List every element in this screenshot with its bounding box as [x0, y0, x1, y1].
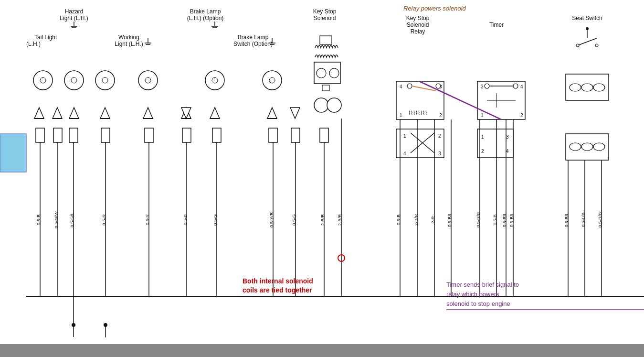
- svg-point-70: [581, 84, 593, 91]
- svg-point-66: [576, 44, 579, 47]
- svg-text:2: 2: [439, 113, 442, 118]
- svg-text:Seat Switch: Seat Switch: [572, 15, 602, 22]
- svg-rect-80: [322, 85, 329, 91]
- svg-text:0.5-R/B: 0.5-R/B: [475, 212, 481, 227]
- svg-text:1: 1: [400, 113, 402, 118]
- svg-point-47: [513, 84, 518, 88]
- svg-rect-117: [145, 128, 153, 142]
- svg-text:0.5-G: 0.5-G: [291, 214, 296, 226]
- svg-text:4: 4: [520, 84, 523, 89]
- svg-text:Light (L.H.): Light (L.H.): [115, 41, 143, 47]
- svg-text:0.5-R/B: 0.5-R/B: [597, 212, 602, 227]
- svg-point-93: [263, 71, 282, 90]
- svg-text:1: 1: [481, 113, 484, 118]
- svg-point-67: [595, 44, 598, 47]
- svg-text:0.5-G/W: 0.5-G/W: [53, 211, 59, 228]
- svg-point-82: [327, 98, 341, 112]
- svg-text:2-B/R: 2-B/R: [413, 214, 419, 226]
- svg-text:Relay powers solenoid: Relay powers solenoid: [403, 5, 466, 12]
- svg-rect-115: [69, 128, 78, 142]
- svg-text:coils are tied together: coils are tied together: [243, 286, 312, 294]
- svg-text:Key Stop: Key Stop: [406, 15, 430, 22]
- svg-text:Switch (Option): Switch (Option): [233, 41, 273, 47]
- svg-rect-79: [320, 36, 332, 44]
- svg-text:Light (L.H.): Light (L.H.): [60, 15, 88, 22]
- svg-text:4: 4: [403, 151, 406, 156]
- svg-rect-122: [320, 128, 328, 142]
- svg-point-46: [485, 84, 489, 88]
- svg-point-78: [329, 68, 339, 78]
- svg-point-74: [581, 143, 593, 151]
- svg-text:Tail Light: Tail Light: [34, 34, 57, 41]
- svg-text:Relay: Relay: [411, 28, 425, 35]
- svg-text:0.5-B/L: 0.5-B/L: [447, 213, 452, 227]
- svg-text:2: 2: [520, 113, 523, 118]
- svg-rect-116: [101, 128, 110, 142]
- main-container: Hazard Light (L.H.) Brake Lamp (L.H.) (O…: [0, 0, 644, 357]
- svg-text:1: 1: [481, 134, 484, 140]
- svg-text:Hazard: Hazard: [65, 8, 84, 15]
- svg-rect-114: [53, 128, 62, 142]
- svg-text:2: 2: [481, 149, 484, 154]
- svg-text:solenoid to stop engine: solenoid to stop engine: [446, 300, 510, 307]
- svg-text:0.5-G/L: 0.5-G/L: [69, 212, 74, 227]
- svg-point-69: [570, 84, 581, 91]
- svg-text:0.5-B: 0.5-B: [492, 215, 497, 226]
- svg-text:Key Stop: Key Stop: [313, 8, 337, 15]
- svg-text:Working: Working: [118, 34, 139, 41]
- svg-point-64: [586, 27, 589, 30]
- svg-point-81: [314, 98, 328, 112]
- svg-point-77: [317, 68, 326, 78]
- svg-text:Solenoid: Solenoid: [314, 15, 336, 22]
- svg-text:0.5-R/L: 0.5-R/L: [502, 212, 507, 227]
- svg-point-38: [407, 84, 412, 88]
- svg-rect-113: [36, 128, 44, 142]
- svg-rect-119: [212, 128, 221, 142]
- svg-text:Solenoid: Solenoid: [407, 22, 429, 28]
- svg-text:Brake Lamp: Brake Lamp: [238, 34, 269, 41]
- svg-text:0.5-R: 0.5-R: [101, 214, 106, 225]
- svg-text:0.5-R/L: 0.5-R/L: [564, 212, 569, 227]
- svg-text:3: 3: [506, 134, 509, 140]
- svg-text:0.5-B: 0.5-B: [182, 215, 188, 226]
- svg-rect-0: [0, 0, 644, 344]
- svg-text:Brake Lamp: Brake Lamp: [190, 8, 221, 15]
- svg-point-83: [33, 71, 53, 90]
- svg-text:0.5-L/B: 0.5-L/B: [581, 213, 586, 227]
- svg-text:0.5-B: 0.5-B: [36, 215, 41, 226]
- svg-point-85: [64, 71, 84, 90]
- svg-rect-121: [291, 128, 300, 142]
- bottom-bar: [0, 344, 644, 357]
- svg-text:4: 4: [400, 84, 402, 89]
- diagram-area: Hazard Light (L.H.) Brake Lamp (L.H.) (O…: [0, 0, 644, 344]
- svg-text:Timer sends brief signal to: Timer sends brief signal to: [446, 281, 519, 288]
- svg-text:3: 3: [438, 151, 441, 156]
- svg-text:⌇⌇⌇⌇⌇⌇⌇⌇: ⌇⌇⌇⌇⌇⌇⌇⌇: [408, 110, 427, 116]
- svg-text:2-R: 2-R: [430, 216, 435, 223]
- svg-text:0.5-B: 0.5-B: [396, 215, 401, 226]
- svg-rect-118: [182, 128, 191, 142]
- svg-rect-1: [0, 134, 26, 172]
- svg-text:1: 1: [403, 133, 406, 139]
- svg-text:2-B/R: 2-B/R: [337, 214, 342, 226]
- svg-point-39: [436, 84, 441, 88]
- svg-text:0.5-B/L: 0.5-B/L: [509, 213, 514, 227]
- svg-point-91: [205, 71, 224, 90]
- svg-text:Both internal solenoid: Both internal solenoid: [243, 277, 313, 285]
- svg-text:0.5-Y/R: 0.5-Y/R: [269, 212, 274, 227]
- svg-text:0.5-G: 0.5-G: [212, 214, 218, 226]
- svg-point-87: [95, 71, 115, 90]
- svg-text:(L.H.): (L.H.): [26, 41, 41, 47]
- svg-text:relay which powers: relay which powers: [446, 291, 499, 298]
- svg-point-89: [138, 71, 158, 90]
- svg-text:4: 4: [506, 149, 509, 154]
- svg-text:Timer: Timer: [489, 22, 504, 28]
- svg-text:2-B/R: 2-B/R: [320, 214, 325, 226]
- svg-text:2: 2: [438, 133, 441, 139]
- svg-point-75: [593, 143, 605, 151]
- svg-text:0.5-Y: 0.5-Y: [145, 214, 150, 225]
- svg-rect-120: [269, 128, 277, 142]
- svg-text:(L.H.) (Option): (L.H.) (Option): [187, 15, 224, 22]
- svg-text:3: 3: [481, 84, 484, 89]
- svg-point-73: [570, 143, 581, 151]
